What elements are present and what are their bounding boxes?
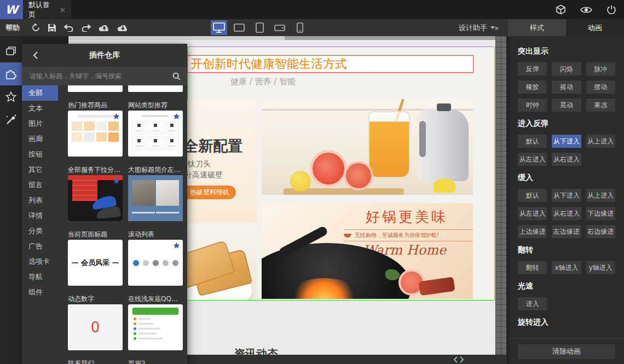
category-nav[interactable]: 导航 [22, 269, 58, 285]
anim-button-y-axis[interactable]: y轴进入 [586, 261, 615, 274]
anim-button-wobble[interactable]: 晃动 [552, 99, 581, 112]
anim-button-enter-from-left[interactable]: 从左进入 [518, 153, 547, 166]
category-all[interactable]: 全部 [22, 85, 58, 101]
plugin-card[interactable] [128, 240, 183, 286]
desktop-icon[interactable] [211, 20, 227, 35]
scrollbar-thumb[interactable] [68, 36, 285, 40]
kettle-juice-image[interactable] [262, 99, 473, 195]
plugin-card[interactable] [68, 85, 123, 92]
category-message[interactable]: 留言 [22, 177, 58, 193]
sidebar-item-plugins[interactable] [0, 62, 22, 85]
anim-button-left-edge[interactable]: 左边缘进 [552, 225, 581, 238]
anim-button-enter-from-bottom[interactable]: 从下进入 [552, 189, 581, 202]
category-other[interactable]: 其它 [22, 162, 58, 177]
plugin-card[interactable]: — 会员风采 — [68, 240, 123, 286]
anim-button-top-edge[interactable]: 上边缘进 [518, 225, 547, 238]
sidebar-item-pages[interactable] [0, 39, 22, 62]
horizontal-scrollbar[interactable] [68, 36, 495, 40]
tab-style[interactable]: 样式 [508, 19, 566, 36]
tab-close-icon[interactable]: × [59, 6, 66, 14]
anim-button-enter-from-right[interactable]: 从右进入 [552, 153, 581, 166]
anim-button-jelly[interactable]: 果冻 [586, 99, 615, 112]
plugin-item[interactable]: 网站类型推荐 [128, 100, 183, 157]
redo-icon[interactable] [81, 24, 91, 32]
anim-button-default[interactable]: 默认 [518, 135, 547, 148]
anim-button-bounce[interactable]: 反弹 [518, 62, 547, 76]
plugin-item[interactable]: 热门推荐商品 [68, 100, 123, 157]
category-ads[interactable]: 广告 [22, 239, 58, 254]
code-view-icon[interactable] [454, 356, 464, 363]
plugin-card[interactable] [68, 175, 123, 221]
plugin-item[interactable]: 联系我们 [68, 358, 123, 364]
app-logo[interactable]: W [0, 0, 23, 19]
phone-landscape-icon[interactable] [271, 20, 288, 35]
plugin-card[interactable] [68, 111, 123, 157]
plugin-item[interactable]: 大图标题简介左右切… [128, 164, 183, 221]
banner-image-blender[interactable]: 全新配置 钛刀头 分高速破壁 热破壁料理机 [187, 99, 257, 300]
anim-button-swing[interactable]: 摆动 [586, 80, 615, 94]
anim-button-clock[interactable]: 时钟 [518, 99, 547, 112]
plugin-card[interactable] [128, 111, 183, 157]
anim-button-enter-from-top[interactable]: 从上进入 [586, 135, 615, 148]
back-chevron-icon[interactable] [33, 51, 38, 60]
cloud-download-icon[interactable] [117, 24, 129, 32]
save-icon[interactable] [48, 24, 56, 32]
category-list[interactable]: 列表 [22, 193, 58, 208]
search-input[interactable] [28, 72, 168, 80]
anim-button-enter-from-right[interactable]: 从右进入 [552, 207, 581, 220]
plugin-item[interactable]: 全部服务下拉分类带… [68, 164, 123, 221]
sidebar-item-wizard[interactable] [0, 108, 22, 131]
category-text[interactable]: 文本 [22, 101, 58, 116]
tab-animation[interactable]: 动画 [566, 19, 624, 36]
wok-banner-image[interactable]: 好锅更美味 无忧购物，至诚服务为你保驾护航! Warm Home [262, 203, 473, 299]
help-button[interactable]: 帮助 [5, 19, 20, 36]
collapse-panel-button[interactable]: » [494, 19, 499, 36]
anim-button-rubber[interactable]: 橡胶 [518, 80, 547, 94]
cube-icon[interactable] [556, 4, 566, 15]
anim-button-lightspeed-enter[interactable]: 进入 [518, 297, 547, 310]
category-classify[interactable]: 分类 [22, 223, 58, 239]
anim-button-enter-from-bottom[interactable]: 从下进入 [552, 135, 581, 148]
anim-button-enter-from-left[interactable]: 从左进入 [518, 207, 547, 220]
category-button[interactable]: 按钮 [22, 147, 58, 162]
anim-button-flash[interactable]: 闪烁 [552, 62, 581, 76]
anim-button-right-edge[interactable]: 右边缘进 [586, 225, 615, 238]
tablet-landscape-icon[interactable] [231, 20, 247, 35]
clear-animation-button[interactable]: 清除动画 [518, 344, 615, 359]
plugin-card[interactable]: 0 [68, 304, 123, 350]
anim-button-flip[interactable]: 翻转 [518, 261, 547, 274]
anim-button-default[interactable]: 默认 [518, 189, 547, 202]
category-gallery[interactable]: 画廊 [22, 131, 58, 147]
anim-button-shake[interactable]: 摇动 [552, 80, 581, 94]
selected-title-element[interactable]: 开创新时代健康智能生活方式 [187, 55, 473, 73]
category-component[interactable]: 组件 [22, 285, 58, 300]
anim-button-x-axis[interactable]: x轴进入 [552, 261, 581, 274]
plugin-item[interactable]: 在线浅灰底QQ客服 [128, 293, 183, 350]
eye-icon[interactable] [580, 6, 592, 14]
sidebar-item-favorites[interactable] [0, 85, 22, 108]
category-detail[interactable]: 详情 [22, 208, 58, 223]
plugin-item[interactable]: 滚动列表 [128, 229, 183, 286]
anim-button-pulse[interactable]: 脉冲 [586, 62, 615, 76]
plugin-card[interactable] [128, 175, 183, 221]
plugin-item[interactable]: 动态数字 0 [68, 293, 123, 350]
cloud-upload-icon[interactable] [99, 24, 110, 32]
search-icon[interactable] [172, 72, 181, 80]
design-assistant-dropdown[interactable]: 设计助手 [459, 19, 495, 36]
plugin-card[interactable] [128, 304, 183, 350]
page-tab[interactable]: 默认首页 × [23, 0, 71, 19]
phone-portrait-icon[interactable] [292, 20, 308, 35]
refresh-icon[interactable] [31, 23, 41, 32]
anim-button-bottom-edge[interactable]: 下边缘进 [586, 207, 615, 220]
undo-icon[interactable] [63, 24, 74, 32]
vertical-ruler-strip[interactable] [495, 36, 506, 355]
plugin-item[interactable]: 页眉2 [128, 358, 183, 364]
selected-section[interactable]: 开创新时代健康智能生活方式 健康 / 营养 / 智能 全新配置 钛刀头 分高速破… [187, 47, 495, 301]
tablet-portrait-icon[interactable] [251, 20, 268, 35]
anim-button-enter-from-top[interactable]: 从上进入 [586, 189, 615, 202]
category-image[interactable]: 图片 [22, 116, 58, 131]
plugin-item[interactable]: 当前页面标题 — 会员风采 — [68, 229, 123, 286]
plugin-card[interactable] [128, 85, 183, 92]
category-tabs[interactable]: 选项卡 [22, 254, 58, 269]
power-icon[interactable] [606, 5, 616, 15]
